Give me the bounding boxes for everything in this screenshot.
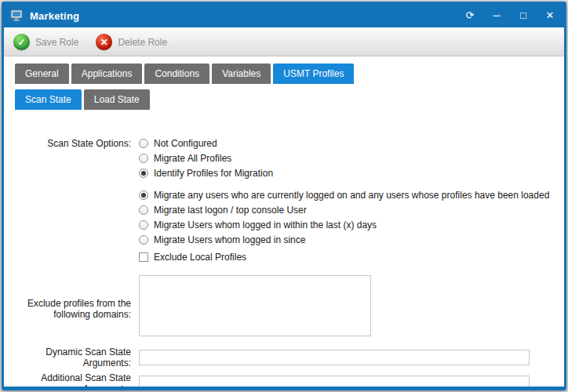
save-check-icon: ✓ (13, 34, 30, 50)
exclude-domains-row: Exclude profiles from the following doma… (4, 275, 564, 339)
window: Marketing ⟳ ─ □ ✕ ✓ Save Role ✕ Delete R… (2, 2, 566, 390)
radio-option[interactable]: Not Configured (139, 136, 564, 151)
radio-icon[interactable] (139, 235, 148, 245)
radio-icon[interactable] (139, 205, 148, 215)
main-tab[interactable]: USMT Profiles (273, 64, 354, 84)
main-tab[interactable]: Conditions (144, 64, 209, 84)
radio-option[interactable]: Identify Profiles for Migration (139, 165, 564, 180)
dynamic-args-input[interactable] (139, 350, 530, 365)
toolbar: ✓ Save Role ✕ Delete Role (4, 27, 564, 56)
additional-args-input[interactable] (139, 376, 530, 387)
window-title: Marketing (30, 10, 79, 22)
refresh-icon[interactable]: ⟳ (464, 9, 476, 22)
exclude-domains-label: Exclude profiles from the following doma… (4, 296, 139, 320)
radio-option[interactable]: Migrate last logon / top console User (139, 202, 564, 217)
radio-icon[interactable] (139, 191, 148, 200)
radio-icon[interactable] (139, 220, 148, 230)
sub-tab[interactable]: Load State (84, 89, 150, 110)
titlebar: Marketing ⟳ ─ □ ✕ (4, 4, 564, 27)
radio-option[interactable]: Migrate any users who are currently logg… (139, 187, 564, 202)
exclude-local-profiles-checkbox[interactable]: Exclude Local Profiles (139, 249, 564, 264)
save-role-label: Save Role (35, 37, 78, 48)
scan-state-options-label: Scan State Options: (4, 136, 139, 149)
radio-icon[interactable] (139, 169, 148, 178)
window-controls: ⟳ ─ □ ✕ (464, 9, 556, 22)
checkbox-icon[interactable] (139, 252, 148, 262)
sub-tab-bar: Scan State Load State (4, 84, 564, 110)
minimize-icon[interactable]: ─ (490, 9, 503, 22)
delete-role-label: Delete Role (118, 37, 167, 48)
radio-icon[interactable] (139, 139, 148, 148)
delete-x-icon: ✕ (96, 34, 112, 50)
exclude-domains-textarea[interactable] (139, 275, 371, 336)
migration-options-radiogroup: Migrate any users who are currently logg… (139, 187, 564, 247)
main-tab[interactable]: Applications (71, 64, 143, 84)
main-tab[interactable]: General (15, 64, 69, 84)
maximize-icon[interactable]: □ (517, 9, 530, 22)
scan-state-panel: Scan State Options: Not Configured Migra… (4, 110, 564, 387)
scan-state-options-row: Scan State Options: Not Configured Migra… (4, 136, 564, 264)
main-tab-bar: General Applications Conditions Variable… (4, 56, 564, 84)
radio-icon[interactable] (139, 154, 148, 163)
app-icon (10, 9, 24, 22)
additional-args-label: Additional Scan State Arguments: (4, 372, 139, 387)
radio-option[interactable]: Migrate All Profiles (139, 151, 564, 165)
main-tab[interactable]: Variables (212, 64, 271, 84)
close-icon[interactable]: ✕ (544, 9, 556, 22)
dynamic-args-row: Dynamic Scan State Arguments: (4, 347, 564, 368)
radio-option[interactable]: Migrate Users whom logged in within the … (139, 217, 564, 232)
delete-role-button[interactable]: ✕ Delete Role (96, 34, 167, 50)
radio-option[interactable]: Migrate Users whom logged in since (139, 232, 564, 247)
additional-args-row: Additional Scan State Arguments: (4, 372, 564, 387)
save-role-button[interactable]: ✓ Save Role (13, 34, 78, 50)
primary-options-radiogroup: Not Configured Migrate All Profiles Iden… (139, 136, 564, 180)
sub-tab[interactable]: Scan State (15, 89, 82, 110)
dynamic-args-label: Dynamic Scan State Arguments: (4, 347, 139, 368)
